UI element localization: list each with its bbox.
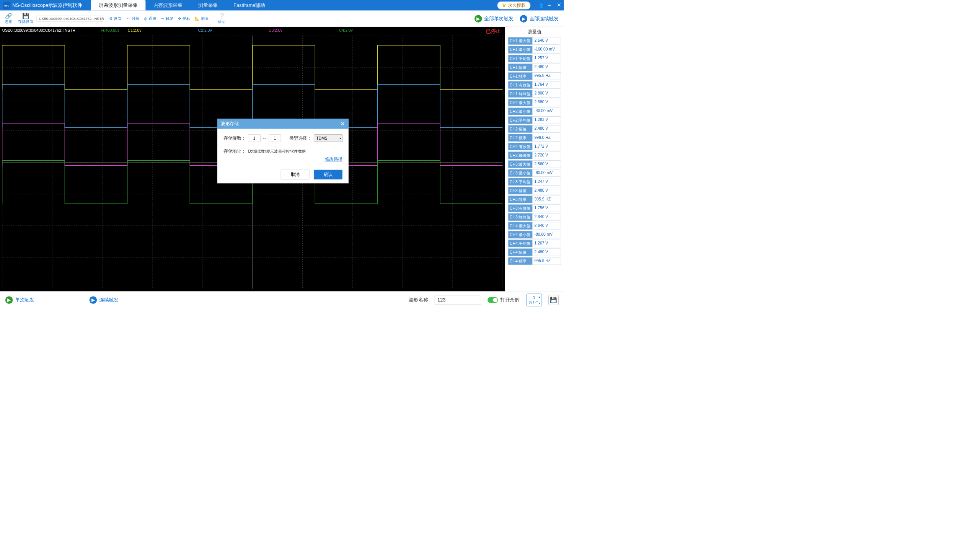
disk-icon: 💾	[22, 13, 29, 19]
cancel-button[interactable]: 取消	[281, 170, 310, 179]
toolbar-item-设置[interactable]: ⚙设置	[107, 16, 124, 21]
screens-to-input[interactable]	[269, 135, 281, 142]
measurement-value: 1.283 V	[532, 116, 561, 124]
path-label: 存储地址：	[223, 148, 246, 154]
page-current: 1	[533, 295, 535, 300]
continuous-trigger-button[interactable]: ▶ 连续触发	[90, 296, 119, 304]
measurement-row[interactable]: CH4:幅值2.480 V	[508, 249, 561, 256]
wave-name-label: 波形名称	[409, 297, 428, 303]
top-tab-3[interactable]: Fastframe辅助	[226, 0, 273, 11]
help-label: 帮助	[218, 19, 226, 24]
measurement-row[interactable]: CH4:平均值1.267 V	[508, 240, 561, 248]
ok-button[interactable]: 确认	[314, 170, 342, 179]
measurement-value: 995.9 HZ	[532, 257, 561, 265]
help-button[interactable]: ❔ 帮助	[213, 11, 230, 27]
tool-label: 通道	[148, 16, 157, 21]
measurement-value: 2.480 V	[532, 249, 561, 256]
measurement-row[interactable]: CH4:频率995.9 HZ	[508, 257, 561, 265]
wave-name-input[interactable]	[435, 295, 481, 304]
license-badge[interactable]: ♛ 永久授权	[497, 2, 530, 9]
measurement-key: CH4:平均值	[508, 240, 532, 248]
measurement-key: CH3:峰峰值	[508, 213, 532, 221]
path-value: D:\测试数据\示波器程控软件数据	[248, 148, 306, 154]
measurement-value: 1.764 V	[532, 81, 561, 89]
screens-sep: --	[263, 136, 266, 141]
measurement-key: CH1:最大值	[508, 37, 532, 45]
measurement-row[interactable]: CH1:有效值1.764 V	[508, 81, 561, 89]
measurements-title: 测量值	[505, 27, 564, 37]
help-icon: ❔	[218, 13, 225, 19]
measurement-value: 1.247 V	[532, 178, 561, 186]
measurement-value: 1.772 V	[532, 143, 561, 150]
measurement-value: 2.640 V	[532, 213, 561, 221]
measurement-row[interactable]: CH3:频率995.9 HZ	[508, 196, 561, 204]
measurement-key: CH3:最大值	[508, 160, 532, 168]
toolbar-item-通道[interactable]: ◎通道	[142, 16, 159, 21]
measurement-key: CH4:最小值	[508, 231, 532, 239]
measurement-row[interactable]: CH2:频率996.0 HZ	[508, 134, 561, 142]
top-tab-1[interactable]: 内存波形采集	[145, 0, 190, 11]
measurement-row[interactable]: CH2:峰峰值2.720 V	[508, 152, 561, 159]
toolbar-item-测量[interactable]: 📐测量	[192, 16, 211, 21]
minimize-button[interactable]: –	[545, 0, 554, 11]
measurement-row[interactable]: CH3:峰峰值2.640 V	[508, 213, 561, 221]
measurement-row[interactable]: CH3:平均值1.247 V	[508, 178, 561, 186]
trigger-all-once-button[interactable]: ▶ 全部单次触发	[475, 15, 513, 23]
type-label: 类型选择：	[289, 135, 311, 142]
measurement-key: CH2:有效值	[508, 143, 532, 150]
single-trigger-button[interactable]: ▶ 单次触发	[5, 296, 34, 304]
measurements-list[interactable]: CH1:最大值2.640 VCH1:最小值-160.00 mVCH1:平均值1.…	[505, 37, 564, 291]
afterglow-toggle[interactable]: 打开余辉	[488, 297, 520, 303]
chevron-down-icon[interactable]: ▼	[538, 301, 543, 305]
measurement-key: CH1:峰峰值	[508, 90, 532, 98]
dialog-title: 波形存储	[221, 121, 238, 127]
change-path-link[interactable]: 修改路径	[325, 156, 342, 163]
measurement-key: CH3:幅值	[508, 187, 532, 195]
save-settings-button[interactable]: 💾 存储设置	[17, 11, 34, 27]
measurement-value: -80.00 mV	[532, 169, 561, 177]
measurement-value: 2.680 V	[532, 99, 561, 106]
measurement-row[interactable]: CH1:平均值1.257 V	[508, 55, 561, 62]
top-tab-2[interactable]: 测量采集	[190, 0, 225, 11]
close-button[interactable]: ✕	[554, 0, 564, 11]
measurement-row[interactable]: CH4:最小值-80.00 mV	[508, 231, 561, 239]
measurement-value: -160.00 mV	[532, 46, 561, 54]
measurement-value: 2.800 V	[532, 90, 561, 98]
measurement-value: 2.640 V	[532, 37, 561, 45]
page-indicator[interactable]: 1 共1 个 ▲▼	[526, 293, 542, 306]
measurement-row[interactable]: CH1:最大值2.640 V	[508, 37, 561, 45]
measurement-key: CH3:最小值	[508, 169, 532, 177]
measurement-row[interactable]: CH1:峰峰值2.800 V	[508, 90, 561, 98]
measurement-row[interactable]: CH3:最大值2.560 V	[508, 160, 561, 168]
connect-button[interactable]: 🔗 连接	[0, 11, 17, 27]
measurement-row[interactable]: CH3:幅值2.480 V	[508, 187, 561, 195]
save-waveform-button[interactable]: 💾	[548, 295, 558, 305]
tool-label: 光标	[183, 16, 191, 21]
toolbar-item-触发[interactable]: ⤳触发	[159, 16, 176, 21]
measurement-row[interactable]: CH3:最小值-80.00 mV	[508, 169, 561, 177]
type-select[interactable]: TDMS	[314, 135, 342, 142]
measurement-row[interactable]: CH1:最小值-160.00 mV	[508, 46, 561, 54]
measurement-row[interactable]: CH1:频率995.8 HZ	[508, 72, 561, 80]
trigger-all-continuous-button[interactable]: ▶ 全部连续触发	[520, 15, 559, 23]
top-tab-0[interactable]: 屏幕波形测量采集	[91, 0, 145, 11]
scope-connection-text: USB0::0x0699::0x0408::C041762::INSTR	[2, 28, 75, 33]
measurement-key: CH4:频率	[508, 257, 532, 265]
toolbar-item-光标[interactable]: ✛光标	[176, 16, 192, 21]
dialog-header[interactable]: 波形存储 ✕	[217, 119, 349, 129]
measurement-value: 2.560 V	[532, 160, 561, 168]
chevron-up-icon[interactable]: ▲	[538, 295, 543, 298]
measurement-row[interactable]: CH4:最大值2.640 V	[508, 222, 561, 230]
measurement-row[interactable]: CH2:有效值1.772 V	[508, 143, 561, 150]
dialog-close-icon[interactable]: ✕	[340, 120, 345, 127]
measurement-row[interactable]: CH2:最小值-40.00 mV	[508, 108, 561, 115]
measurement-row[interactable]: CH2:最大值2.680 V	[508, 99, 561, 106]
toolbar-item-时基[interactable]: 〰时基	[124, 16, 142, 21]
measurement-key: CH2:频率	[508, 134, 532, 142]
measurement-row[interactable]: CH2:幅值2.480 V	[508, 125, 561, 133]
measurement-row[interactable]: CH2:平均值1.283 V	[508, 116, 561, 124]
measurement-row[interactable]: CH3:有效值1.756 V	[508, 205, 561, 212]
measurement-row[interactable]: CH1:幅值2.480 V	[508, 64, 561, 71]
screens-from-input[interactable]	[248, 135, 260, 142]
users-icon[interactable]: 👥	[535, 0, 545, 11]
